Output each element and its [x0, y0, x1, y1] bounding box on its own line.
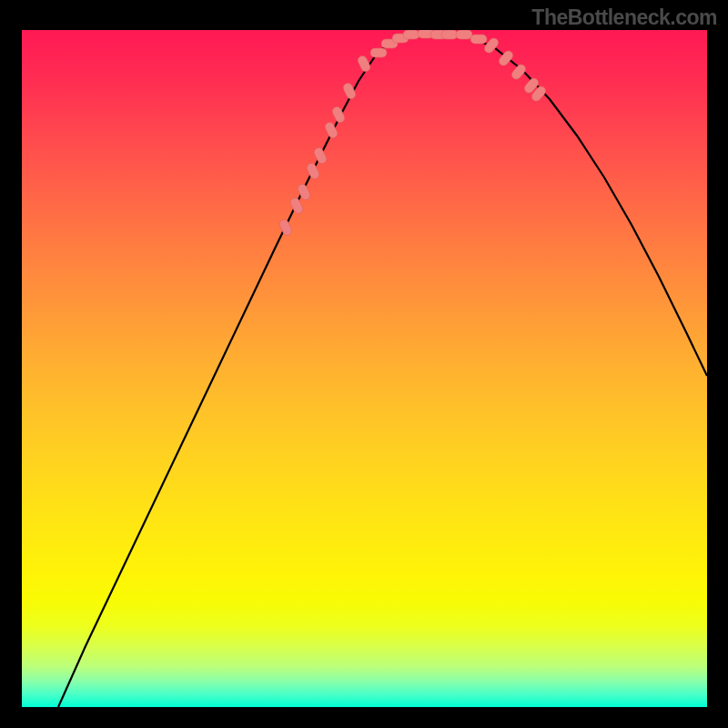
marker-pill — [370, 48, 387, 57]
marker-pill — [403, 30, 420, 39]
marker-pill — [510, 63, 527, 81]
marker-pill — [313, 147, 329, 166]
marker-pill — [289, 197, 305, 216]
marker-pill — [342, 82, 358, 101]
marker-group — [278, 30, 548, 237]
plot-area — [22, 30, 707, 707]
attribution-text: TheBottleneck.com — [531, 5, 717, 30]
chart-svg — [22, 30, 707, 707]
curve-path — [58, 34, 707, 707]
marker-pill — [306, 162, 321, 181]
curve-line — [58, 34, 707, 707]
marker-pill — [470, 35, 487, 44]
marker-pill — [456, 30, 472, 39]
marker-pill — [278, 218, 294, 238]
marker-pill — [441, 30, 458, 39]
